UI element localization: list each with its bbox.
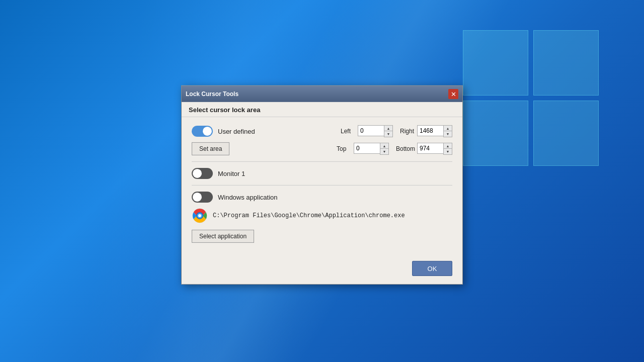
right-spin-buttons: ▲ ▼ (443, 125, 452, 137)
bottom-label: Bottom (396, 145, 415, 152)
win-pane-bottom-left (463, 101, 528, 166)
win-pane-bottom-right (533, 101, 599, 166)
monitor-row: Monitor 1 (192, 168, 452, 179)
app-path-text: C:\Program Files\Google\Chrome\Applicati… (213, 212, 405, 219)
bottom-coord-group: Bottom ▲ ▼ (396, 143, 452, 155)
top-input[interactable] (354, 143, 380, 154)
ok-button[interactable]: OK (412, 261, 452, 276)
monitor-label: Monitor 1 (218, 169, 245, 177)
top-spin-down[interactable]: ▼ (380, 149, 388, 154)
bottom-input[interactable] (417, 143, 443, 154)
content-area: User defined Left ▲ ▼ (182, 117, 462, 256)
right-spin-up[interactable]: ▲ (444, 126, 452, 131)
dialog-wrapper: Lock Cursor Tools ✕ Select cursor lock a… (181, 85, 463, 285)
title-bar: Lock Cursor Tools ✕ (182, 86, 462, 102)
windows-app-toggle-knob (193, 193, 202, 202)
left-right-coords: Left ▲ ▼ (341, 125, 452, 137)
right-input[interactable] (417, 125, 443, 136)
windows-app-row: Windows application (192, 192, 452, 203)
right-spin-down[interactable]: ▼ (444, 131, 452, 137)
user-defined-label: User defined (218, 127, 255, 135)
left-spin-up[interactable]: ▲ (384, 126, 392, 131)
select-application-button[interactable]: Select application (192, 230, 254, 243)
left-label: Left (341, 128, 356, 135)
close-button[interactable]: ✕ (448, 89, 458, 99)
top-spin-buttons: ▲ ▼ (380, 143, 389, 155)
bottom-spin-up[interactable]: ▲ (444, 143, 452, 149)
dialog-content: Select cursor lock area User defined Lef… (182, 102, 462, 284)
top-bottom-coords: Top ▲ ▼ (337, 143, 452, 155)
bottom-spin-down[interactable]: ▼ (444, 149, 452, 154)
app-path-row: C:\Program Files\Google\Chrome\Applicati… (192, 208, 452, 224)
section-header: Select cursor lock area (182, 102, 462, 117)
top-coord-group: Top ▲ ▼ (337, 143, 389, 155)
dialog-title: Lock Cursor Tools (186, 90, 238, 98)
top-spin-wrapper: ▲ ▼ (354, 143, 389, 155)
bottom-spin-buttons: ▲ ▼ (443, 143, 452, 155)
ok-row: OK (182, 256, 462, 284)
desktop: Lock Cursor Tools ✕ Select cursor lock a… (0, 0, 644, 362)
separator-1 (192, 161, 452, 162)
separator-2 (192, 185, 452, 186)
right-coord-group: Right ▲ ▼ (400, 125, 452, 137)
top-label: Top (337, 145, 352, 152)
toggle-knob (203, 127, 212, 136)
chrome-icon (192, 208, 208, 224)
set-area-row: Set area Top ▲ ▼ (192, 142, 452, 155)
user-defined-toggle[interactable] (192, 126, 213, 137)
select-app-row: Select application (192, 230, 452, 243)
windows-logo-decoration (463, 30, 604, 171)
win-pane-top-left (463, 30, 528, 96)
right-label: Right (400, 128, 415, 135)
svg-point-3 (198, 214, 201, 217)
right-spin-wrapper: ▲ ▼ (417, 125, 452, 137)
left-spin-wrapper: ▲ ▼ (358, 125, 393, 137)
left-spin-down[interactable]: ▼ (384, 131, 392, 137)
left-spin-buttons: ▲ ▼ (384, 125, 393, 137)
left-input[interactable] (358, 125, 384, 136)
bottom-spin-wrapper: ▲ ▼ (417, 143, 452, 155)
lock-cursor-dialog: Lock Cursor Tools ✕ Select cursor lock a… (181, 85, 463, 285)
user-defined-row: User defined Left ▲ ▼ (192, 125, 452, 137)
set-area-button[interactable]: Set area (192, 142, 229, 155)
windows-app-label: Windows application (218, 193, 278, 201)
win-pane-top-right (533, 30, 599, 96)
left-coord-group: Left ▲ ▼ (341, 125, 393, 137)
monitor-toggle[interactable] (192, 168, 213, 179)
top-spin-up[interactable]: ▲ (380, 143, 388, 149)
windows-app-toggle[interactable] (192, 192, 213, 203)
monitor-toggle-knob (193, 169, 202, 178)
